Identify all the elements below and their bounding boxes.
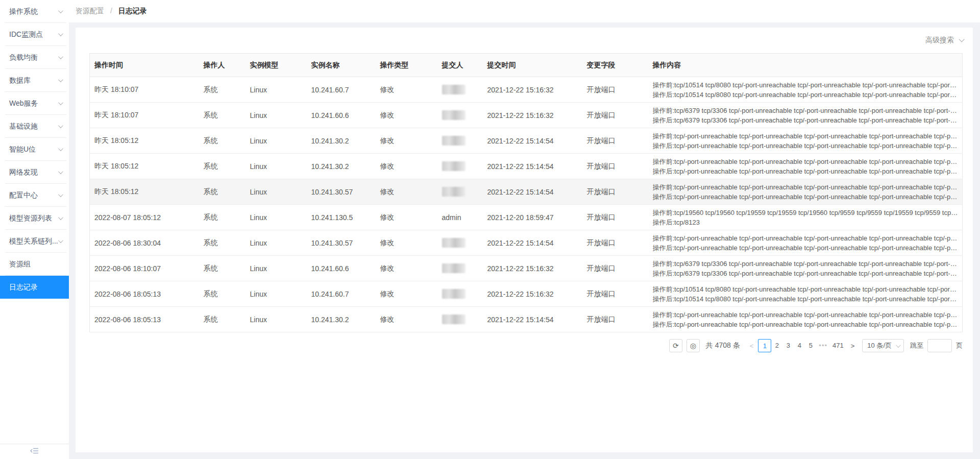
- table-row[interactable]: 昨天 18:05:12 系统 Linux 10.241.30.57 修改 202…: [90, 179, 963, 205]
- redacted-submitter: [442, 187, 465, 197]
- table-row[interactable]: 2022-08-06 18:30:04 系统 Linux 10.241.30.5…: [90, 230, 963, 256]
- cell-op-content: 操作前:tcp/-port-unreachable tcp/-port-unre…: [648, 154, 963, 179]
- cell-operator: 系统: [199, 103, 246, 128]
- sidebar-item-log-record[interactable]: 日志记录: [0, 276, 69, 299]
- advanced-search-toggle[interactable]: 高级搜索: [925, 36, 963, 45]
- table-row[interactable]: 昨天 18:10:07 系统 Linux 10.241.60.7 修改 2021…: [90, 77, 963, 103]
- sidebar-item-model-relation-list[interactable]: 模型关系链列...: [0, 230, 69, 253]
- col-op-content: 操作内容: [648, 54, 963, 77]
- col-op-type: 操作类型: [376, 54, 437, 77]
- cell-operator: 系统: [199, 230, 246, 256]
- cell-op-time: 2022-08-06 18:30:04: [90, 230, 199, 256]
- cell-op-content: 操作前:tcp/6379 tcp/3306 tcp/-port-unreacha…: [648, 103, 963, 128]
- page-number-2[interactable]: 2: [771, 339, 782, 352]
- sidebar-item-idc-monitor[interactable]: IDC监测点: [0, 23, 69, 46]
- total-count-label: 共 4708 条: [706, 341, 740, 350]
- cell-op-type: 修改: [376, 179, 437, 205]
- cell-changed-field: 开放端口: [582, 179, 648, 205]
- cell-submitter: admin: [437, 205, 483, 230]
- page-number-5[interactable]: 5: [805, 339, 816, 352]
- sidebar-item-smart-u[interactable]: 智能U位: [0, 138, 69, 161]
- chevron-down-icon: [58, 146, 63, 151]
- cell-submitter: [437, 77, 483, 103]
- jump-page-input[interactable]: [927, 339, 952, 352]
- cell-op-time: 昨天 18:05:12: [90, 154, 199, 179]
- cell-op-type: 修改: [376, 256, 437, 281]
- cell-instance-model: Linux: [246, 256, 307, 281]
- redacted-submitter: [442, 161, 465, 171]
- table-row[interactable]: 2022-08-06 18:05:13 系统 Linux 10.241.60.7…: [90, 281, 963, 307]
- log-table: 操作时间操作人实例模型实例名称操作类型提交人提交时间变更字段操作内容 昨天 18…: [89, 53, 963, 332]
- table-row[interactable]: 昨天 18:10:07 系统 Linux 10.241.60.6 修改 2021…: [90, 103, 963, 128]
- sidebar-item-web-service[interactable]: Web服务: [0, 92, 69, 115]
- sidebar-item-infrastructure[interactable]: 基础设施: [0, 115, 69, 138]
- menu-fold-icon[interactable]: [30, 447, 39, 456]
- table-row[interactable]: 昨天 18:05:12 系统 Linux 10.241.30.2 修改 2021…: [90, 128, 963, 154]
- page-size-select[interactable]: 10 条/页: [862, 339, 904, 352]
- cell-submit-time: 2021-12-22 15:16:32: [483, 256, 582, 281]
- cell-instance-model: Linux: [246, 230, 307, 256]
- sidebar-item-resource-group[interactable]: 资源组: [0, 253, 69, 276]
- page-number-3[interactable]: 3: [782, 339, 794, 352]
- cell-op-time: 2022-08-06 18:05:13: [90, 281, 199, 307]
- redacted-submitter: [442, 315, 465, 324]
- table-row[interactable]: 2022-08-07 18:05:12 系统 Linux 10.241.130.…: [90, 205, 963, 230]
- cell-submitter: [437, 256, 483, 281]
- content-card: 高级搜索 操作时间操作人实例模型实例名称操作类型提交人提交时间变更字段操作内容 …: [76, 28, 973, 452]
- cell-op-type: 修改: [376, 307, 437, 332]
- cell-instance-name: 10.241.60.7: [307, 77, 376, 103]
- search-row: 高级搜索: [89, 35, 963, 46]
- cell-op-content: 操作前:tcp/19560 tcp/19560 tcp/19559 tcp/19…: [648, 205, 963, 230]
- cell-changed-field: 开放端口: [582, 77, 648, 103]
- prev-page-button[interactable]: <: [745, 342, 758, 350]
- sidebar-item-network-discovery[interactable]: 网络发现: [0, 161, 69, 184]
- op-after-line: 操作后:tcp/10514 tcp/8080 tcp/-port-unreach…: [653, 90, 959, 100]
- next-page-button[interactable]: >: [846, 342, 860, 350]
- cell-submit-time: 2021-12-22 15:14:54: [483, 154, 582, 179]
- cell-op-type: 修改: [376, 205, 437, 230]
- cell-submit-time: 2021-12-20 18:59:47: [483, 205, 582, 230]
- table-row[interactable]: 昨天 18:05:12 系统 Linux 10.241.30.2 修改 2021…: [90, 154, 963, 179]
- sidebar-item-load-balance[interactable]: 负载均衡: [0, 46, 69, 69]
- chevron-down-icon: [58, 169, 63, 174]
- sidebar-item-os[interactable]: 操作系统: [0, 0, 69, 23]
- cell-op-time: 昨天 18:10:07: [90, 77, 199, 103]
- table-row[interactable]: 2022-08-06 18:05:13 系统 Linux 10.241.30.2…: [90, 307, 963, 332]
- op-after-line: 操作后:tcp/10514 tcp/8080 tcp/-port-unreach…: [653, 294, 959, 304]
- sidebar-item-model-resource-list[interactable]: 模型资源列表: [0, 207, 69, 230]
- cell-changed-field: 开放端口: [582, 230, 648, 256]
- cell-op-content: 操作前:tcp/-port-unreachable tcp/-port-unre…: [648, 179, 963, 205]
- table-row[interactable]: 2022-08-06 18:10:07 系统 Linux 10.241.60.6…: [90, 256, 963, 281]
- page-number-4[interactable]: 4: [794, 339, 805, 352]
- sidebar-item-label: 配置中心: [9, 191, 38, 200]
- refresh-button[interactable]: ⟳: [669, 339, 682, 352]
- chevron-down-icon: [58, 8, 63, 13]
- page-number-471[interactable]: 471: [830, 339, 846, 352]
- page-size-value: 10 条/页: [867, 341, 892, 350]
- breadcrumb-parent[interactable]: 资源配置: [76, 7, 104, 15]
- op-after-line: 操作后:tcp/6379 tcp/3306 tcp/-port-unreacha…: [653, 115, 959, 125]
- cell-changed-field: 开放端口: [582, 128, 648, 154]
- col-instance-model: 实例模型: [246, 54, 307, 77]
- page-number-1[interactable]: 1: [758, 339, 771, 352]
- op-after-line: 操作后:tcp/6379 tcp/3306 tcp/-port-unreacha…: [653, 269, 959, 278]
- redacted-submitter: [442, 263, 465, 273]
- sidebar-item-label: 资源组: [9, 260, 31, 269]
- chevron-down-icon: [58, 215, 63, 220]
- jump-prefix-label: 跳至: [910, 341, 923, 350]
- cell-op-time: 昨天 18:10:07: [90, 103, 199, 128]
- refresh-icon: ⟳: [673, 342, 679, 350]
- cell-changed-field: 开放端口: [582, 256, 648, 281]
- cell-op-content: 操作前:tcp/-port-unreachable tcp/-port-unre…: [648, 128, 963, 154]
- breadcrumb-separator: /: [110, 7, 112, 15]
- op-before-line: 操作前:tcp/10514 tcp/8080 tcp/-port-unreach…: [653, 284, 959, 294]
- cell-submitter: [437, 179, 483, 205]
- sidebar-item-config-center[interactable]: 配置中心: [0, 184, 69, 207]
- column-setting-button[interactable]: ◎: [687, 339, 700, 352]
- cell-instance-name: 10.241.30.2: [307, 307, 376, 332]
- cell-operator: 系统: [199, 307, 246, 332]
- cell-submit-time: 2021-12-22 15:16:32: [483, 281, 582, 307]
- sidebar-item-database[interactable]: 数据库: [0, 69, 69, 92]
- op-before-line: 操作前:tcp/-port-unreachable tcp/-port-unre…: [653, 310, 959, 320]
- cell-changed-field: 开放端口: [582, 103, 648, 128]
